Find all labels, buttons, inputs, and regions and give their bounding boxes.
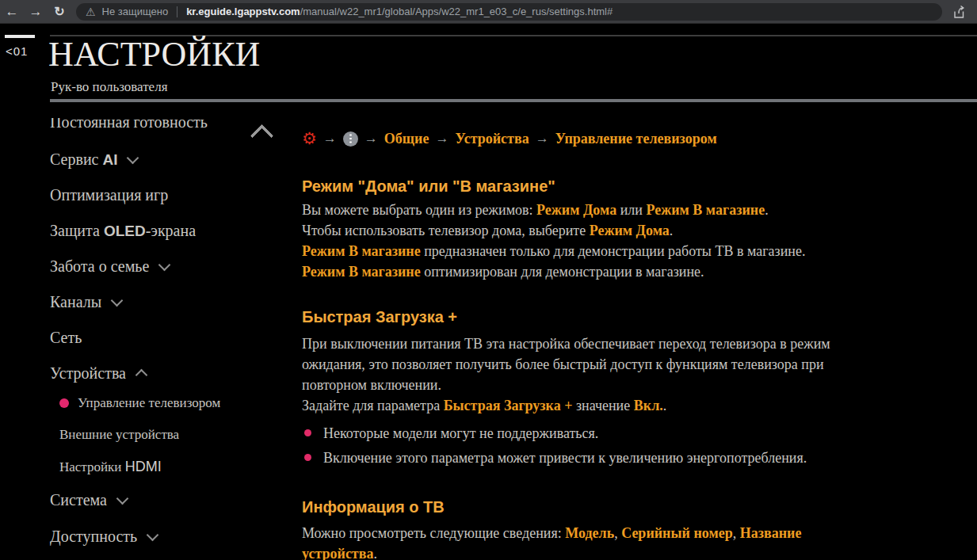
- breadcrumb-link[interactable]: Общие: [384, 131, 429, 147]
- chevron-up-icon[interactable]: [135, 369, 148, 382]
- section-heading: Быстрая Загрузка +: [302, 307, 960, 326]
- page-subtitle: Рук-во пользователя: [51, 79, 167, 95]
- inline-setting-link[interactable]: Быстрая Загрузка +: [444, 398, 573, 413]
- inline-setting-link[interactable]: Режим Дома: [536, 202, 616, 218]
- breadcrumb-arrow-icon: →: [364, 131, 378, 147]
- inline-setting-link[interactable]: Режим Дома: [590, 223, 670, 238]
- active-item-dot: [59, 398, 69, 408]
- breadcrumb-link[interactable]: Устройства: [455, 131, 529, 147]
- chevron-down-icon[interactable]: [127, 152, 139, 165]
- forward-icon[interactable]: →: [24, 0, 48, 24]
- breadcrumb-arrow-icon: →: [435, 131, 448, 147]
- settings-sidebar: Постоянная готовностьСервис AIОптимизаци…: [0, 118, 314, 560]
- back-icon[interactable]: ←: [0, 0, 24, 24]
- chevron-down-icon[interactable]: [158, 259, 171, 272]
- note-list-item: Некоторые модели могут не поддерживаться…: [302, 423, 960, 444]
- manual-page: <01 НАСТРОЙКИ Рук-во пользователя Постоя…: [0, 24, 977, 560]
- all-settings-menu-icon[interactable]: [343, 131, 358, 147]
- chevron-down-icon[interactable]: [147, 529, 159, 542]
- bullet-dot-icon: [304, 454, 311, 461]
- inline-setting-link[interactable]: Режим В магазине: [302, 243, 421, 259]
- sidebar-item-tv-management[interactable]: Управление телевизором: [59, 395, 220, 411]
- address-separator: [177, 6, 177, 17]
- url-path: /manual/w22_mr1/global/Apps/w22_mr1_e03_…: [300, 6, 613, 17]
- breadcrumb: ⚙→→Общие→Устройства→Управление телевизор…: [302, 129, 960, 148]
- inline-setting-link[interactable]: Серийный номер: [621, 525, 733, 541]
- page-indicator[interactable]: <01: [6, 44, 28, 58]
- inline-setting-link[interactable]: Вкл.: [634, 398, 663, 413]
- section-heading: Режим "Дома" или "В магазине": [302, 177, 960, 196]
- inline-setting-link[interactable]: Название: [740, 525, 802, 541]
- share-icon[interactable]: [950, 4, 966, 20]
- inline-setting-link[interactable]: устройства: [302, 546, 373, 560]
- sidebar-item-hdmi-settings[interactable]: Настройки HDMI: [59, 459, 162, 475]
- sidebar-item-always-ready[interactable]: Постоянная готовность: [50, 118, 208, 131]
- warning-triangle-icon[interactable]: ⚠: [86, 6, 96, 18]
- breadcrumb-arrow-icon: →: [323, 131, 337, 147]
- sidebar-item-accessibility[interactable]: Доступность: [50, 528, 157, 546]
- header-divider: [50, 99, 977, 102]
- sidebar-item-network[interactable]: Сеть: [50, 329, 82, 347]
- sidebar-item-external-devices[interactable]: Внешние устройства: [59, 427, 179, 443]
- inline-setting-link[interactable]: Модель: [565, 525, 614, 541]
- chevron-up-icon[interactable]: [250, 124, 274, 148]
- sidebar-item-channels[interactable]: Каналы: [50, 293, 121, 311]
- settings-gear-icon[interactable]: ⚙: [302, 131, 317, 147]
- section-paragraph: Можно просмотреть следующие сведения: Мо…: [302, 523, 960, 560]
- sidebar-item-ai-service[interactable]: Сервис AI: [50, 150, 137, 169]
- sections: Режим "Дома" или "В магазине"Вы можете в…: [302, 177, 960, 560]
- page-title: НАСТРОЙКИ: [48, 34, 260, 74]
- note-list-item: Включение этого параметра может привести…: [302, 448, 960, 468]
- section-heading: Информация о ТВ: [302, 497, 960, 516]
- inline-setting-link[interactable]: Режим В магазине: [646, 202, 765, 218]
- sidebar-item-system[interactable]: Система: [50, 491, 127, 509]
- browser-toolbar: ← → ↻ ⚠ Не защищено kr.eguide.lgappstv.c…: [0, 0, 977, 24]
- note-list: Некоторые модели могут не поддерживаться…: [302, 423, 960, 468]
- sidebar-item-family-care[interactable]: Забота о семье: [50, 257, 169, 276]
- breadcrumb-link[interactable]: Управление телевизором: [555, 131, 717, 147]
- section-paragraph: Вы можете выбрать один из режимов: Режим…: [302, 200, 960, 282]
- reload-icon[interactable]: ↻: [48, 0, 71, 24]
- address-bar[interactable]: ⚠ Не защищено kr.eguide.lgappstv.com/man…: [76, 3, 942, 21]
- main-content: ⚙→→Общие→Устройства→Управление телевизор…: [302, 129, 960, 560]
- sidebar-item-oled-care[interactable]: Защита OLED-экрана: [50, 222, 196, 240]
- security-label: Не защищено: [102, 6, 169, 17]
- sidebar-item-game-optimizer[interactable]: Оптимизация игр: [50, 186, 168, 204]
- chevron-down-icon[interactable]: [116, 493, 129, 505]
- chevron-down-icon[interactable]: [111, 295, 124, 307]
- sidebar-item-devices[interactable]: Устройства: [50, 364, 146, 383]
- url-domain: kr.eguide.lgappstv.com: [186, 6, 300, 17]
- bullet-dot-icon: [304, 429, 311, 436]
- page-progress-bar: [5, 35, 35, 38]
- breadcrumb-arrow-icon: →: [536, 131, 549, 147]
- section-paragraph: При выключении питания ТВ эта настройка …: [302, 333, 960, 416]
- inline-setting-link[interactable]: Режим В магазине: [302, 264, 421, 280]
